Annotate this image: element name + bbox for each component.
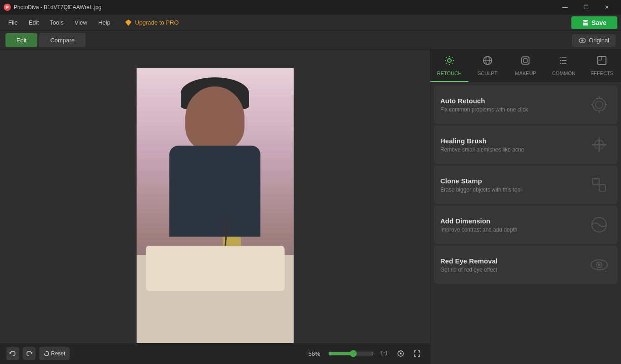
auto-retouch-icon-svg: [588, 94, 610, 116]
minimize-button[interactable]: —: [555, 0, 575, 15]
svg-rect-31: [598, 56, 606, 65]
fit-button[interactable]: [394, 347, 407, 360]
reset-label: Reset: [51, 350, 65, 357]
tool-healing-brush-icon: [587, 133, 611, 157]
menu-edit[interactable]: Edit: [24, 17, 43, 28]
tool-item-healing-brush[interactable]: Healing Brush Remove small blemishes lik…: [434, 126, 617, 164]
svg-point-33: [593, 98, 606, 111]
bottom-toolbar: Reset 56% 1:1: [0, 343, 430, 364]
eye-icon: [579, 37, 586, 44]
undo-icon: [10, 350, 16, 357]
add-dimension-icon-svg: [588, 214, 610, 236]
tool-add-dimension-desc: Improve contrast and add depth: [440, 227, 581, 233]
svg-point-34: [596, 101, 603, 108]
sculpt-icon-svg: [482, 55, 493, 66]
tool-item-clone-stamp[interactable]: Clone Stamp Erase bigger objects with th…: [434, 166, 617, 204]
clone-stamp-icon-svg: [588, 174, 610, 196]
tool-item-auto-retouch[interactable]: Auto Retouch Fix common problems with on…: [434, 86, 617, 124]
edit-tab[interactable]: Edit: [5, 33, 37, 47]
svg-point-11: [448, 59, 451, 62]
titlebar: P PhotoDiva - B1dVT7QlEAAWreL.jpg — ❐ ✕: [0, 0, 621, 15]
svg-line-18: [452, 57, 453, 58]
zoom-slider[interactable]: [328, 350, 374, 357]
tab-retouch[interactable]: RETOUCH: [430, 50, 468, 82]
svg-rect-3: [584, 23, 588, 25]
tool-red-eye-removal-icon: [587, 253, 611, 277]
tab-effects[interactable]: EFFECTS: [583, 50, 621, 82]
compare-tab[interactable]: Compare: [39, 33, 85, 47]
food-wrapper: [146, 246, 285, 291]
tool-add-dimension-icon: [587, 213, 611, 237]
tool-item-red-eye-removal[interactable]: Red Eye Removal Get rid of red eye effec…: [434, 246, 617, 284]
menu-tools[interactable]: Tools: [45, 17, 68, 28]
tool-clone-stamp-icon: [587, 173, 611, 197]
retouch-tab-icon: [444, 55, 455, 69]
maximize-button[interactable]: ❐: [575, 0, 596, 15]
zoom-percent: 56%: [308, 350, 320, 357]
tool-item-healing-brush-text: Healing Brush Remove small blemishes lik…: [440, 137, 581, 153]
menubar: File Edit Tools View Help Upgrade to PRO…: [0, 15, 621, 31]
makeup-tab-icon: [520, 55, 531, 69]
tool-clone-stamp-title: Clone Stamp: [440, 177, 581, 185]
photo-container: [137, 68, 294, 346]
compare-tab-label: Compare: [50, 37, 74, 44]
redo-button[interactable]: [23, 347, 36, 360]
red-eye-icon-svg: [588, 254, 610, 276]
close-button[interactable]: ✕: [596, 0, 617, 15]
menu-view[interactable]: View: [70, 17, 92, 28]
svg-rect-24: [524, 59, 527, 62]
save-button[interactable]: Save: [571, 16, 617, 29]
tool-healing-brush-title: Healing Brush: [440, 137, 581, 145]
svg-point-10: [400, 353, 402, 354]
svg-rect-2: [585, 20, 587, 22]
tool-item-auto-retouch-text: Auto Retouch Fix common problems with on…: [440, 97, 581, 113]
effects-icon-svg: [596, 55, 607, 66]
tool-auto-retouch-title: Auto Retouch: [440, 97, 581, 105]
svg-line-19: [446, 63, 447, 64]
fullscreen-button[interactable]: [411, 347, 423, 360]
tool-auto-retouch-desc: Fix common problems with one click: [440, 106, 581, 113]
sculpt-tab-icon: [482, 55, 493, 69]
titlebar-controls: — ❐ ✕: [555, 0, 617, 15]
makeup-icon-svg: [520, 55, 531, 66]
photo-display: [137, 68, 294, 346]
tool-add-dimension-title: Add Dimension: [440, 217, 581, 225]
tab-retouch-label: RETOUCH: [437, 71, 462, 76]
reset-button[interactable]: Reset: [39, 347, 70, 360]
svg-marker-0: [125, 20, 132, 26]
svg-rect-42: [593, 178, 599, 185]
original-button[interactable]: Original: [572, 34, 616, 47]
fit-icon: [397, 350, 404, 357]
menu-file[interactable]: File: [4, 17, 22, 28]
original-label: Original: [589, 37, 609, 44]
tab-common[interactable]: COMMON: [545, 50, 583, 82]
canvas-area[interactable]: Reset 56% 1:1: [0, 50, 430, 364]
svg-line-17: [452, 63, 453, 64]
menu-help[interactable]: Help: [94, 17, 115, 28]
panel-tabs: RETOUCH SCULPT: [430, 50, 621, 82]
save-icon: [582, 20, 589, 26]
tab-makeup[interactable]: MAKEUP: [507, 50, 545, 82]
effects-tab-icon: [596, 55, 607, 69]
redo-icon: [26, 350, 32, 357]
tool-item-add-dimension[interactable]: Add Dimension Improve contrast and add d…: [434, 206, 617, 244]
main-area: Reset 56% 1:1: [0, 50, 621, 364]
tab-sculpt-label: SCULPT: [478, 71, 497, 76]
tool-item-add-dimension-text: Add Dimension Improve contrast and add d…: [440, 217, 581, 233]
tab-makeup-label: MAKEUP: [515, 71, 536, 76]
edit-tab-label: Edit: [16, 37, 26, 44]
upgrade-label: Upgrade to PRO: [135, 19, 178, 26]
tool-auto-retouch-icon: [587, 93, 611, 116]
svg-rect-23: [522, 57, 529, 64]
tool-item-clone-stamp-text: Clone Stamp Erase bigger objects with th…: [440, 177, 581, 193]
tool-item-red-eye-removal-text: Red Eye Removal Get rid of red eye effec…: [440, 257, 581, 273]
diamond-icon: [125, 19, 132, 26]
healing-brush-icon-svg: [588, 134, 610, 156]
common-icon-svg: [558, 55, 569, 66]
undo-button[interactable]: [6, 347, 19, 360]
reset-icon: [44, 351, 49, 356]
tab-sculpt[interactable]: SCULPT: [468, 50, 507, 82]
upgrade-button[interactable]: Upgrade to PRO: [120, 17, 183, 28]
person-body: [169, 146, 260, 237]
fullscreen-icon: [413, 350, 421, 357]
